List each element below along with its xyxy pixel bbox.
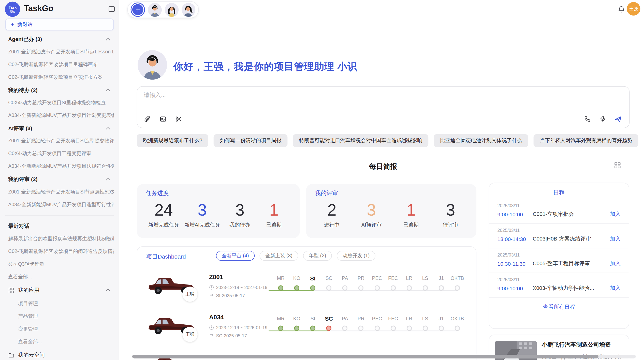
join-link[interactable]: 加入 bbox=[610, 260, 621, 267]
recent-item[interactable]: 解释最新出台的欧盟报废车法规再生塑料比例被调至15%... bbox=[5, 232, 114, 245]
grid-icon[interactable] bbox=[614, 162, 621, 169]
app-sub-item[interactable]: 变更管理 bbox=[5, 323, 114, 335]
schedule-date: 2025/03/11 bbox=[497, 203, 621, 208]
scrollbar-thumb[interactable] bbox=[132, 355, 598, 358]
sidebar-collapse-icon[interactable] bbox=[108, 5, 115, 13]
sidebar-item[interactable]: Z001-全新燃油轻卡产品开发项目SI节点属性5D文件评审 bbox=[5, 186, 114, 198]
my-apps-label: 我的应用 bbox=[18, 287, 39, 294]
stat-label: 待评审 bbox=[436, 222, 465, 229]
agent-avatar-1[interactable] bbox=[148, 3, 162, 17]
milestone-dot bbox=[294, 326, 299, 331]
sidebar-item[interactable]: A034-全新新能源MUV产品开发项目法规符合性评审 bbox=[5, 160, 114, 173]
sidebar-section-header[interactable]: 我的待办 (2) bbox=[5, 84, 114, 96]
chevron-up-icon[interactable] bbox=[105, 287, 111, 293]
agent-avatar-2[interactable] bbox=[165, 3, 179, 17]
scissors-icon[interactable] bbox=[175, 115, 182, 123]
stat-label: 新增完成任务 bbox=[148, 222, 179, 229]
milestone-label: J1 bbox=[433, 274, 449, 282]
sidebar-item[interactable]: A034-全新新能源MUV产品开发项目造型可行性评审 bbox=[5, 198, 114, 211]
schedule-list: 2025/03/119:00-10:00C001-立项审批会加入2025/03/… bbox=[489, 199, 629, 298]
milestone-label: LS bbox=[417, 314, 433, 323]
milestone-fec: FEC bbox=[385, 314, 401, 338]
user-avatar[interactable]: 王强 bbox=[627, 2, 640, 16]
stat-cell: 1已逾期 bbox=[397, 200, 425, 229]
chevron-up-icon[interactable] bbox=[105, 87, 111, 93]
sidebar-section-header[interactable]: Agent已办 (3) bbox=[5, 33, 114, 46]
milestone-pa: PA bbox=[337, 274, 353, 298]
schedule-entry: 2025/03/1110:30-11:30C005-整车工程目标评审加入 bbox=[489, 248, 629, 273]
suggestion-chip[interactable]: 欧洲新规最近颁布了什么? bbox=[137, 134, 209, 147]
chevron-up-icon[interactable] bbox=[105, 126, 111, 131]
dashboard-filter[interactable]: 全新上装 (3) bbox=[260, 251, 298, 261]
milestone-dot bbox=[358, 326, 364, 331]
sidebar-section-header[interactable]: 我的评审 (2) bbox=[5, 173, 114, 186]
sidebar-item[interactable]: C02-飞腾新能源轻客改款项目里程碑画布 bbox=[5, 58, 114, 71]
stat-cell: 3AI预评审 bbox=[357, 200, 386, 229]
suggestion-chip[interactable]: 比亚迪全固态电池计划具体说了什么 bbox=[434, 134, 528, 147]
sidebar-item[interactable]: A034-全新新能源MUV产品开发项目计划变更表编写 bbox=[5, 109, 114, 122]
stat-value: 2 bbox=[317, 200, 346, 219]
chevron-up-icon[interactable] bbox=[105, 37, 111, 42]
schedule-time: 9:00-10:00 bbox=[497, 211, 533, 217]
sidebar-link-label: 我的云空间 bbox=[18, 351, 45, 359]
app-sub-item[interactable]: 产品管理 bbox=[5, 310, 114, 323]
milestone-pa: PA bbox=[337, 314, 353, 338]
sidebar-item[interactable]: C02-飞腾新能源轻客改款项目立项汇报方案 bbox=[5, 71, 114, 84]
new-chat-button[interactable]: + 新对话 bbox=[5, 19, 114, 31]
image-icon[interactable] bbox=[159, 115, 167, 123]
milestone-label: KO bbox=[289, 314, 305, 323]
stat-cell: 1已逾期 bbox=[260, 200, 288, 229]
join-link[interactable]: 加入 bbox=[610, 235, 621, 243]
sidebar-section-header[interactable]: AI评审 (3) bbox=[5, 122, 114, 135]
project-row[interactable]: 王强Z0012023-12-19 ~ 2027-01-19SI-2025-05-… bbox=[137, 269, 476, 309]
milestone-label: SI bbox=[305, 314, 321, 323]
project-row[interactable]: 王强A0342023-12-19 ~ 2026-01-19SC-2025-05-… bbox=[137, 310, 476, 350]
app-sub-item[interactable]: 查看全部... bbox=[5, 335, 114, 348]
section-title: Agent已办 (3) bbox=[8, 36, 42, 43]
recent-item[interactable]: C02-飞腾新能源轻客改款项目的闭环通告反馈情况 bbox=[5, 245, 114, 258]
dashboard-filter[interactable]: 动总开发 (1) bbox=[337, 251, 375, 261]
recent-item[interactable]: 查看全部... bbox=[5, 271, 114, 283]
sidebar-item[interactable]: C0X4-动力总成开发项目SI里程碑提交物检查 bbox=[5, 96, 114, 109]
sidebar-item-my-apps[interactable]: 我的应用 bbox=[5, 283, 114, 297]
milestone-dot bbox=[374, 285, 380, 291]
stat-card: 我的评审2进行中3AI预评审1已逾期3待评审 bbox=[306, 184, 476, 238]
dashboard-filter[interactable]: 全新平台 (4) bbox=[216, 251, 255, 261]
phone-icon[interactable] bbox=[584, 115, 591, 123]
stat-card-title: 我的评审 bbox=[315, 190, 467, 197]
milestone-pec: PEC bbox=[369, 274, 385, 298]
send-icon[interactable] bbox=[614, 115, 622, 123]
chat-input[interactable] bbox=[144, 92, 595, 111]
sidebar-item[interactable]: Z001-全新燃油轻卡产品开发项目SI造型提交物评审 bbox=[5, 135, 114, 147]
paperclip-icon[interactable] bbox=[144, 115, 151, 123]
dashboard-filter[interactable]: 年型 (2) bbox=[303, 251, 332, 261]
schedule-title: 日程 bbox=[489, 183, 629, 197]
apps-grid-icon bbox=[8, 287, 14, 293]
suggestion-chip[interactable]: 如何写一份清晰的项目周报 bbox=[214, 134, 288, 147]
suggestion-chip[interactable]: 当下年轻人对汽车外观有怎样的喜好趋势 bbox=[534, 134, 638, 147]
mic-icon[interactable] bbox=[599, 115, 607, 123]
project-flag-text: SC-2025-05-17 bbox=[216, 333, 247, 338]
milestone-dot bbox=[455, 285, 460, 291]
join-link[interactable]: 加入 bbox=[610, 211, 621, 218]
milestone-j1: J1 bbox=[433, 274, 449, 298]
schedule-entry: 2025/03/1113:00-14:30C003|H0B-方案冻结评审加入 bbox=[489, 224, 629, 248]
bell-icon[interactable] bbox=[617, 5, 625, 13]
schedule-row: 10:30-11:30C005-整车工程目标评审加入 bbox=[497, 260, 621, 267]
suggestion-chip[interactable]: 特朗普可能对进口汽车增税会对中国车企造成哪些影响 bbox=[293, 134, 429, 147]
join-link[interactable]: 加入 bbox=[610, 284, 621, 292]
news-title: 小鹏飞行汽车制造公司增资 bbox=[542, 341, 624, 349]
recent-item[interactable]: 公司Q3轻卡销量 bbox=[5, 258, 114, 271]
milestone-dot bbox=[455, 326, 460, 331]
milestone-ls: LS bbox=[417, 314, 433, 338]
sidebar-item-folder[interactable]: 我的云空间 bbox=[5, 348, 114, 360]
project-flag: SI-2025-05-17 bbox=[209, 293, 245, 298]
agent-avatar-3[interactable] bbox=[182, 3, 196, 17]
add-agent-button[interactable] bbox=[131, 3, 145, 17]
milestone-dot bbox=[326, 326, 332, 331]
app-sub-item[interactable]: 项目管理 bbox=[5, 297, 114, 310]
chevron-up-icon[interactable] bbox=[105, 176, 111, 182]
sidebar-item[interactable]: Z001-全新燃油皮卡产品开发项目SI节点Lesson Learn报告 bbox=[5, 46, 114, 58]
sidebar-item[interactable]: C0X4-动力总成开发项目工程变更评审 bbox=[5, 147, 114, 160]
view-all-schedule-link[interactable]: 查看所有日程 bbox=[489, 303, 629, 311]
